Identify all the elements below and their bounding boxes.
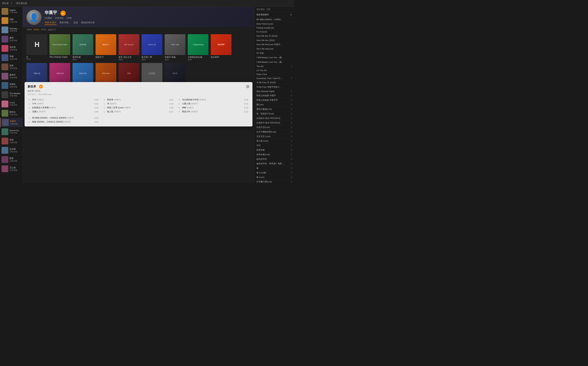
- track-row[interactable]: 1 疯人院 [华晨宇] 6:37: [103, 110, 175, 114]
- sidebar-item-lijian[interactable]: 李健 16张专辑: [0, 53, 22, 62]
- song-list-item[interactable]: 白色秋天 歌乐.华年(2013) 0: [255, 116, 294, 121]
- track-number: 1: [28, 98, 31, 102]
- song-list-item[interactable]: Hi! 自由: [255, 51, 294, 55]
- sidebar-item-secret[interactable]: Secret Gard... 14张专辑: [0, 127, 22, 137]
- track-row[interactable]: 1 智高二五零 (Live) [华晨宇] 3:28: [103, 106, 175, 110]
- sidebar-item-xiaoyaxuan[interactable]: 萧亚轩 16张专辑: [0, 72, 22, 81]
- sidebar-item-zhengying[interactable]: 郑英 16张专辑: [0, 62, 22, 72]
- album-kaxi[interactable]: 卡西莫多的礼物 卡西莫多的礼物 2014: [188, 34, 208, 61]
- sidebar-item-gaoshengmei[interactable]: 高胜美 16张专辑: [0, 44, 22, 53]
- song-list-item[interactable]: 春 0: [255, 166, 294, 170]
- sidebar-item-wangxinling[interactable]: 王心凌 13张专辑: [0, 164, 22, 174]
- artist-play-button[interactable]: ▶: [60, 11, 66, 16]
- sidebar-albums-eagles: 17张专辑: [9, 11, 21, 14]
- filter-chanyou[interactable]: 唱游天下: [48, 28, 56, 31]
- song-list-item[interactable]: 春 (Live版) 0: [255, 170, 294, 175]
- song-list-item[interactable]: The Kill 0: [255, 64, 294, 69]
- song-list-item[interactable]: Feeling Good(Live): [255, 26, 294, 30]
- sidebar-item-beatles[interactable]: The Beatles 15张专辑: [0, 90, 22, 99]
- tab-more-albums[interactable]: 更多专辑...: [59, 21, 70, 25]
- song-list-item[interactable]: 白天不懂夜的黑(Live) 0: [255, 130, 294, 134]
- song-list-item[interactable]: 不朽 0: [255, 143, 294, 148]
- popup-play-button[interactable]: ▶: [39, 85, 43, 89]
- track-row[interactable]: 1 B6 蜡烛 (DEMO) – CANDLE (DEMO) [华晨宇] 4:2…: [28, 116, 100, 120]
- sidebar-info-zhengying: 郑英 16张专辑: [9, 64, 21, 70]
- album-geshou[interactable]: 歌手·当打之年 歌手·当打之年 2019: [118, 34, 139, 61]
- sidebar-item-chenqidian[interactable]: 陈绮点 15张专辑: [0, 109, 22, 118]
- song-list-item[interactable]: Here We Are(Live): [255, 47, 294, 51]
- song-list-item[interactable]: 趁你还年轻·《等风来》电影... 0: [255, 161, 294, 166]
- album-jiedan[interactable]: 拆弹专家 拆弹专家 2014: [73, 34, 93, 61]
- album-h[interactable]: H H 2016: [26, 34, 47, 61]
- sidebar-item-tianyuan[interactable]: 田园 17张专辑: [0, 16, 22, 25]
- sidebar-albums-liming: 16张专辑: [9, 39, 21, 42]
- song-list-item[interactable]: 代号魔方梦(Live) 0: [255, 180, 294, 183]
- song-list-item[interactable]: Dear Friend (Live): [255, 22, 294, 26]
- popup-close-button[interactable]: ×: [246, 85, 250, 88]
- sidebar-item-xinyuetuan[interactable]: 信乐团 14张专辑: [0, 146, 22, 155]
- sidebar-item-nicholas[interactable]: Nicholas Gu... 16张专辑: [0, 25, 22, 35]
- song-list-item[interactable]: 阿里山的姑娘-华晨宇 0: [255, 93, 294, 98]
- song-list-item[interactable]: B6 蜡烛 (DEMO) – CANDI...: [255, 17, 294, 22]
- album-nobody[interactable]: Why Nobody Fights Why Nobody Fights: [50, 34, 70, 61]
- track-row[interactable]: 5 七重人格 [华晨宇] 6:33: [177, 102, 250, 106]
- track-row[interactable]: 6 蜡烛 (DEMO) – CANDLE (DEMO) [华晨宇] 4:20: [28, 120, 100, 124]
- track-row[interactable]: 1 好想爱这个世界啊 [华晨宇] 4:18: [28, 106, 100, 110]
- artist-photo: 👤: [26, 10, 42, 25]
- filter-1990s[interactable]: 1990s: [26, 28, 32, 31]
- sidebar-item-qunxing[interactable]: 群星 13张专辑: [0, 155, 22, 164]
- satellite-link[interactable]: 卫星: [266, 8, 270, 11]
- artist-info-label: 演出者信息: [16, 2, 27, 5]
- song-list-item[interactable]: 茉小孩 (Live) 0: [255, 139, 294, 143]
- song-list-item[interactable]: 白色天空(Live) 0: [255, 125, 294, 130]
- artist-nav-label[interactable]: 演出者: [2, 2, 9, 5]
- song-list-item[interactable]: 北京北京 (Live) 0: [255, 134, 294, 139]
- track-row[interactable]: 1 斗牛 [华晨宇] 6:22: [28, 102, 100, 106]
- song-list-item[interactable]: Somebody That I Used To ... 0: [255, 76, 294, 80]
- song-list-item[interactable]: To Be Free 升 (2016): [255, 80, 294, 85]
- track-row[interactable]: 1 新世界 [华晨宇] 5:52: [103, 98, 175, 102]
- tab-info[interactable]: 信息: [74, 21, 78, 25]
- song-list-item[interactable]: 爱(Live) 0: [255, 102, 294, 107]
- album-kuaile[interactable]: 快乐男声 快乐男声: [211, 34, 231, 61]
- song-list-item[interactable]: Here We Are (2016): [255, 38, 294, 42]
- song-list-item[interactable]: I Will Always Love You – 鳉...: [255, 55, 294, 60]
- track-row[interactable]: 7 寒寂少年 [华晨宇] 5:14: [177, 110, 250, 114]
- track-row[interactable]: 4 与火星的孩子对话 [华晨宇] 5:08: [177, 98, 250, 102]
- sidebar-item-zhangyusheng[interactable]: 张雨生 16张专辑: [0, 81, 22, 90]
- song-list-item[interactable]: Here We Are 升 (2016): [255, 34, 294, 38]
- sidebar-item-huachenyu[interactable]: 华晨宇 15张专辑: [0, 118, 22, 127]
- track-row[interactable]: 1 无聊人 [华晨宇] 3:45: [28, 110, 100, 114]
- album-chanyou[interactable]: 唱游天下 唱游天下: [96, 34, 116, 61]
- song-list-item[interactable]: 爱情大魔鬼(Live) 0: [255, 107, 294, 112]
- song-list-item[interactable]: I Will Always Love You – 鳉...: [255, 60, 294, 64]
- song-list-item[interactable]: 白色秋天 歌乐.华年(2013) 0: [255, 121, 294, 125]
- song-list-item[interactable]: 阿里山的姑娘·华晨宇字 0: [255, 98, 294, 102]
- track-row[interactable]: 1 齐天 [华晨宇] 4:44: [28, 98, 100, 102]
- song-list-item[interactable]: 拆弹专家(Live) 0: [255, 152, 294, 157]
- song-list-item[interactable]: Here We Are(Live) 华晨宇...: [255, 42, 294, 47]
- song-list-item[interactable]: Why Nobody Fights 0: [255, 89, 294, 93]
- tab-albums-stats[interactable]: 专辑 & 统计: [44, 21, 57, 25]
- song-list-item[interactable]: 拆弹专家 0: [255, 148, 294, 152]
- song-list-item[interactable]: For Forever: [255, 30, 294, 34]
- album-huachenyucd[interactable]: 华晨宇 单曲 华晨宇 单曲 2017: [165, 34, 185, 61]
- song-list-item[interactable]: Let You Go: [255, 69, 294, 72]
- now-playing-link[interactable]: 现在播放: [257, 8, 265, 11]
- sidebar-item-liming[interactable]: 黎明 16张专辑: [0, 35, 22, 44]
- song-list-item[interactable]: Poker Face: [255, 72, 294, 76]
- song-list-item[interactable]: To Be Free 华晨宇专辑 2...: [255, 85, 294, 89]
- sidebar-item-eagles[interactable]: Eagles 17张专辑: [0, 7, 22, 16]
- track-row[interactable]: 1 寻 [华晨宇] 4:28: [103, 102, 175, 106]
- filter-2010s[interactable]: 2010s: [34, 28, 39, 31]
- sidebar-item-sunyan[interactable]: 孙燕 14张专辑: [0, 137, 22, 146]
- sidebar-item-she[interactable]: S.H.E 15张专辑: [0, 99, 22, 109]
- filter-2020s[interactable]: 2020s: [41, 28, 46, 31]
- song-list-item[interactable]: 趁你还年轻 0: [255, 157, 294, 161]
- track-row[interactable]: 6 神树 [华晨宇] 5:18: [177, 106, 250, 110]
- tab-similar[interactable]: 相似的演出者: [81, 21, 95, 25]
- album-geshou2[interactable]: 歌手第二季 歌手第二季 2016: [142, 34, 162, 61]
- song-list-item[interactable]: 张、郭是孩子(Live) 0: [255, 112, 294, 116]
- song-list-item[interactable]: 春 (Live) 0: [255, 175, 294, 180]
- song-name: 张、郭是孩子(Live): [257, 112, 290, 115]
